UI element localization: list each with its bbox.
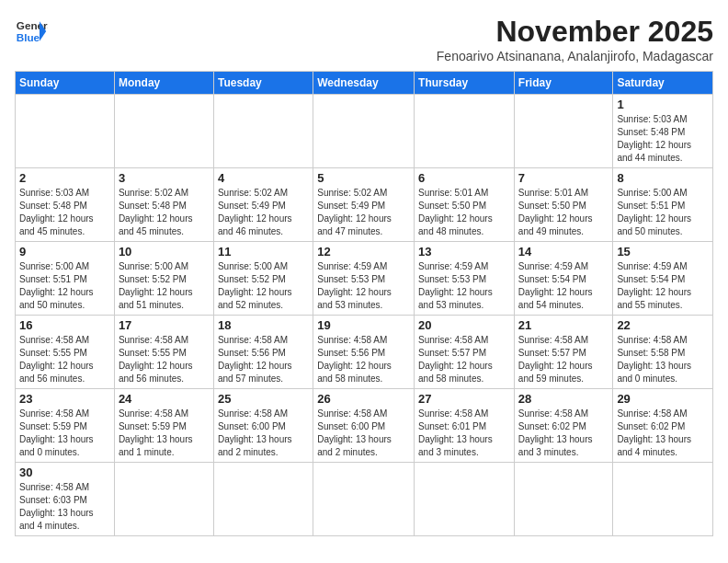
calendar-cell <box>213 463 313 536</box>
day-info: Sunrise: 4:58 AM Sunset: 5:58 PM Dayligh… <box>617 334 709 385</box>
day-number: 24 <box>119 392 210 406</box>
day-number: 28 <box>518 392 609 406</box>
day-info: Sunrise: 5:02 AM Sunset: 5:48 PM Dayligh… <box>119 187 210 238</box>
calendar-cell: 29Sunrise: 4:58 AM Sunset: 6:02 PM Dayli… <box>613 389 713 463</box>
day-info: Sunrise: 4:58 AM Sunset: 5:59 PM Dayligh… <box>19 408 110 459</box>
calendar-cell: 19Sunrise: 4:58 AM Sunset: 5:56 PM Dayli… <box>313 316 415 389</box>
day-number: 17 <box>119 318 210 332</box>
day-number: 19 <box>317 318 410 332</box>
day-info: Sunrise: 5:01 AM Sunset: 5:50 PM Dayligh… <box>518 187 609 238</box>
day-info: Sunrise: 5:02 AM Sunset: 5:49 PM Dayligh… <box>218 187 309 238</box>
calendar-cell: 20Sunrise: 4:58 AM Sunset: 5:57 PM Dayli… <box>415 316 515 389</box>
day-info: Sunrise: 4:58 AM Sunset: 5:57 PM Dayligh… <box>518 334 609 385</box>
day-info: Sunrise: 5:00 AM Sunset: 5:51 PM Dayligh… <box>19 260 110 312</box>
day-info: Sunrise: 4:59 AM Sunset: 5:54 PM Dayligh… <box>518 260 609 312</box>
day-info: Sunrise: 4:58 AM Sunset: 6:02 PM Dayligh… <box>518 408 609 459</box>
calendar-cell: 9Sunrise: 5:00 AM Sunset: 5:51 PM Daylig… <box>16 242 115 316</box>
day-number: 15 <box>617 245 709 259</box>
day-number: 6 <box>418 171 510 185</box>
calendar-cell <box>514 463 613 536</box>
calendar-cell: 24Sunrise: 4:58 AM Sunset: 5:59 PM Dayli… <box>114 389 213 463</box>
calendar-week-2: 9Sunrise: 5:00 AM Sunset: 5:51 PM Daylig… <box>16 242 713 316</box>
calendar-cell: 11Sunrise: 5:00 AM Sunset: 5:52 PM Dayli… <box>213 242 313 316</box>
day-info: Sunrise: 5:01 AM Sunset: 5:50 PM Dayligh… <box>418 187 510 238</box>
calendar-week-0: 1Sunrise: 5:03 AM Sunset: 5:48 PM Daylig… <box>16 95 713 168</box>
calendar-cell: 23Sunrise: 4:58 AM Sunset: 5:59 PM Dayli… <box>16 389 115 463</box>
day-info: Sunrise: 4:59 AM Sunset: 5:53 PM Dayligh… <box>317 260 410 312</box>
day-info: Sunrise: 5:03 AM Sunset: 5:48 PM Dayligh… <box>19 187 110 238</box>
day-number: 16 <box>19 318 110 332</box>
day-info: Sunrise: 5:00 AM Sunset: 5:52 PM Dayligh… <box>218 260 309 312</box>
calendar-cell: 28Sunrise: 4:58 AM Sunset: 6:02 PM Dayli… <box>514 389 613 463</box>
calendar-cell: 5Sunrise: 5:02 AM Sunset: 5:49 PM Daylig… <box>313 168 415 242</box>
day-info: Sunrise: 4:59 AM Sunset: 5:53 PM Dayligh… <box>418 260 510 312</box>
logo: General Blue <box>15 15 48 48</box>
calendar-cell <box>415 463 515 536</box>
day-number: 30 <box>19 465 110 479</box>
calendar-cell <box>514 95 613 168</box>
weekday-header-sunday: Sunday <box>16 72 115 95</box>
calendar-cell <box>313 95 415 168</box>
calendar-cell: 12Sunrise: 4:59 AM Sunset: 5:53 PM Dayli… <box>313 242 415 316</box>
day-info: Sunrise: 4:58 AM Sunset: 6:00 PM Dayligh… <box>317 408 410 459</box>
day-number: 10 <box>119 245 210 259</box>
day-info: Sunrise: 4:59 AM Sunset: 5:54 PM Dayligh… <box>617 260 709 312</box>
calendar-cell: 14Sunrise: 4:59 AM Sunset: 5:54 PM Dayli… <box>514 242 613 316</box>
day-number: 7 <box>518 171 609 185</box>
title-area: November 2025 Fenoarivo Atsinanana, Anal… <box>437 15 713 63</box>
weekday-header-wednesday: Wednesday <box>313 72 415 95</box>
calendar-cell <box>213 95 313 168</box>
day-number: 4 <box>218 171 309 185</box>
header: General Blue November 2025 Fenoarivo Ats… <box>15 15 713 63</box>
calendar-week-4: 23Sunrise: 4:58 AM Sunset: 5:59 PM Dayli… <box>16 389 713 463</box>
calendar-cell <box>415 95 515 168</box>
day-number: 21 <box>518 318 609 332</box>
day-info: Sunrise: 4:58 AM Sunset: 5:59 PM Dayligh… <box>119 408 210 459</box>
calendar-week-3: 16Sunrise: 4:58 AM Sunset: 5:55 PM Dayli… <box>16 316 713 389</box>
day-number: 9 <box>19 245 110 259</box>
calendar-cell: 3Sunrise: 5:02 AM Sunset: 5:48 PM Daylig… <box>114 168 213 242</box>
calendar-cell: 18Sunrise: 4:58 AM Sunset: 5:56 PM Dayli… <box>213 316 313 389</box>
day-number: 12 <box>317 245 410 259</box>
day-info: Sunrise: 5:03 AM Sunset: 5:48 PM Dayligh… <box>617 113 709 165</box>
calendar-cell: 30Sunrise: 4:58 AM Sunset: 6:03 PM Dayli… <box>16 463 115 536</box>
calendar-cell <box>313 463 415 536</box>
day-number: 25 <box>218 392 309 406</box>
calendar-cell: 26Sunrise: 4:58 AM Sunset: 6:00 PM Dayli… <box>313 389 415 463</box>
day-number: 18 <box>218 318 309 332</box>
day-info: Sunrise: 4:58 AM Sunset: 5:56 PM Dayligh… <box>218 334 309 385</box>
day-number: 13 <box>418 245 510 259</box>
day-number: 8 <box>617 171 709 185</box>
day-number: 14 <box>518 245 609 259</box>
day-info: Sunrise: 4:58 AM Sunset: 5:55 PM Dayligh… <box>19 334 110 385</box>
calendar-cell: 6Sunrise: 5:01 AM Sunset: 5:50 PM Daylig… <box>415 168 515 242</box>
calendar-cell <box>114 95 213 168</box>
calendar-week-5: 30Sunrise: 4:58 AM Sunset: 6:03 PM Dayli… <box>16 463 713 536</box>
calendar-table: SundayMondayTuesdayWednesdayThursdayFrid… <box>15 71 713 536</box>
weekday-header-row: SundayMondayTuesdayWednesdayThursdayFrid… <box>16 72 713 95</box>
calendar-cell <box>613 463 713 536</box>
day-info: Sunrise: 4:58 AM Sunset: 6:02 PM Dayligh… <box>617 408 709 459</box>
day-info: Sunrise: 5:00 AM Sunset: 5:51 PM Dayligh… <box>617 187 709 238</box>
day-number: 3 <box>119 171 210 185</box>
calendar-cell: 25Sunrise: 4:58 AM Sunset: 6:00 PM Dayli… <box>213 389 313 463</box>
calendar-cell: 22Sunrise: 4:58 AM Sunset: 5:58 PM Dayli… <box>613 316 713 389</box>
calendar-cell <box>114 463 213 536</box>
day-number: 23 <box>19 392 110 406</box>
day-info: Sunrise: 4:58 AM Sunset: 5:56 PM Dayligh… <box>317 334 410 385</box>
calendar-cell <box>16 95 115 168</box>
day-info: Sunrise: 5:00 AM Sunset: 5:52 PM Dayligh… <box>119 260 210 312</box>
logo-icon: General Blue <box>15 15 48 48</box>
calendar-cell: 16Sunrise: 4:58 AM Sunset: 5:55 PM Dayli… <box>16 316 115 389</box>
calendar-cell: 8Sunrise: 5:00 AM Sunset: 5:51 PM Daylig… <box>613 168 713 242</box>
day-number: 27 <box>418 392 510 406</box>
day-info: Sunrise: 4:58 AM Sunset: 5:57 PM Dayligh… <box>418 334 510 385</box>
day-number: 26 <box>317 392 410 406</box>
day-number: 2 <box>19 171 110 185</box>
calendar-cell: 1Sunrise: 5:03 AM Sunset: 5:48 PM Daylig… <box>613 95 713 168</box>
day-info: Sunrise: 4:58 AM Sunset: 6:01 PM Dayligh… <box>418 408 510 459</box>
day-info: Sunrise: 4:58 AM Sunset: 6:00 PM Dayligh… <box>218 408 309 459</box>
weekday-header-tuesday: Tuesday <box>213 72 313 95</box>
svg-text:Blue: Blue <box>17 31 40 43</box>
day-info: Sunrise: 4:58 AM Sunset: 5:55 PM Dayligh… <box>119 334 210 385</box>
